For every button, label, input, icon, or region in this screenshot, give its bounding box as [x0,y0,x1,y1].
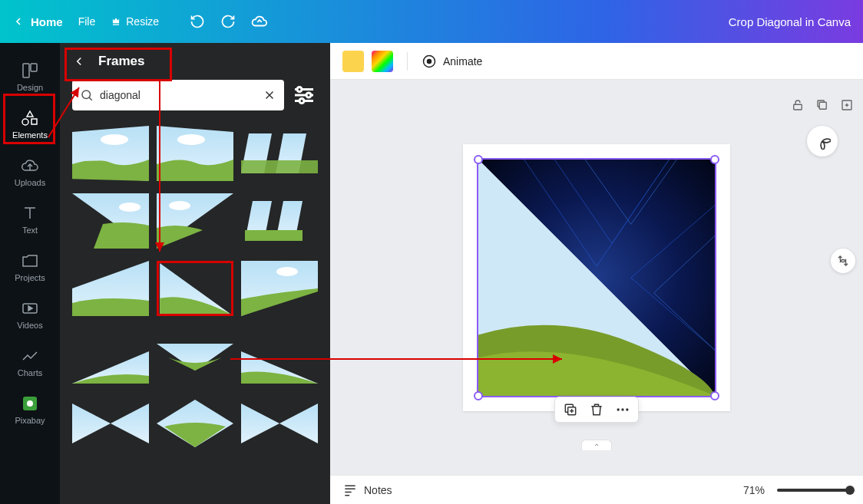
home-label: Home [31,15,63,28]
more-button[interactable] [615,402,630,417]
svg-rect-55 [794,104,802,110]
frame-thumb[interactable] [72,396,149,451]
animate-label: Animate [443,55,482,68]
svg-point-28 [169,201,190,210]
svg-rect-56 [819,102,826,109]
add-page-icon[interactable] [840,98,854,112]
svg-marker-41 [241,404,279,443]
notes-label: Notes [364,484,392,496]
notes-button[interactable]: Notes [342,483,392,498]
frame-thumb[interactable] [72,328,149,384]
left-rail: Design Elements Uploads Text Projects Vi… [0,43,60,504]
rail-design-label: Design [17,83,43,92]
rail-design[interactable]: Design [7,55,53,98]
svg-point-52 [617,408,620,410]
rail-text[interactable]: Text [7,198,53,241]
svg-point-20 [101,134,128,145]
divider [407,52,408,71]
magic-button[interactable] [807,126,838,156]
filter-icon[interactable] [290,80,318,110]
frame-thumb[interactable] [72,126,149,181]
frame-thumb[interactable] [241,193,318,249]
redo-icon[interactable] [220,14,236,29]
rail-projects[interactable]: Projects [7,245,53,288]
svg-rect-3 [31,119,37,124]
selection-box [477,158,716,397]
panel-title: Frames [98,54,144,69]
undo-icon[interactable] [190,14,205,29]
canvas-viewport[interactable] [330,80,863,475]
rail-pixabay[interactable]: Pixabay [7,388,53,431]
file-menu[interactable]: File [78,15,96,28]
rail-projects-label: Projects [15,273,45,282]
back-icon[interactable] [72,54,86,68]
svg-point-46 [428,59,432,63]
notes-icon [342,483,358,498]
search-icon [80,88,94,102]
svg-point-16 [297,87,302,92]
rail-pixabay-label: Pixabay [15,416,45,425]
frame-thumb[interactable] [157,126,233,181]
resize-handle-bl[interactable] [474,391,483,400]
zoom-slider-knob[interactable] [845,486,855,495]
resize-handle-tr[interactable] [710,155,719,164]
svg-marker-39 [111,404,149,443]
svg-point-26 [119,203,141,212]
bottom-bar: Notes 71% [330,475,863,504]
design-page[interactable] [463,144,730,411]
zoom-level[interactable]: 71% [743,484,765,496]
canvas-toolbar: Animate [330,43,863,80]
cloud-save-icon[interactable] [251,13,268,30]
delete-button[interactable] [589,402,604,417]
elements-panel: Frames [60,43,330,504]
rail-uploads[interactable]: Uploads [7,150,53,193]
svg-point-2 [22,119,28,125]
floating-context-bar [554,397,639,423]
frame-thumb[interactable] [241,261,318,316]
duplicate-button[interactable] [563,402,578,417]
frame-thumb[interactable] [241,328,318,384]
search-input[interactable] [100,89,256,101]
color-swatch-primary[interactable] [342,51,364,72]
color-swatch-gradient[interactable] [372,51,393,72]
svg-marker-6 [28,306,32,311]
resize-handle-br[interactable] [710,391,719,400]
svg-line-10 [89,97,92,100]
document-title[interactable]: Crop Diagonal in Canva [729,15,851,28]
resize-menu[interactable]: Resize [111,15,159,28]
rail-elements[interactable]: Elements [7,103,53,146]
svg-point-8 [27,400,33,407]
frame-thumb-selected[interactable] [157,261,233,316]
frame-thumb[interactable] [72,261,149,316]
chevron-left-icon [12,15,25,28]
clear-search-icon[interactable] [263,88,276,102]
rail-charts[interactable]: Charts [7,341,53,384]
svg-marker-38 [72,404,111,443]
rail-videos-label: Videos [17,321,42,330]
home-button[interactable]: Home [12,15,63,28]
svg-point-53 [621,408,623,410]
frame-thumb[interactable] [72,193,149,249]
zoom-slider[interactable] [777,489,851,492]
search-box[interactable] [72,80,284,110]
crown-icon [111,16,121,27]
lock-icon[interactable] [791,98,805,112]
rail-videos[interactable]: Videos [7,293,53,336]
svg-rect-0 [23,64,29,77]
frame-thumb[interactable] [241,396,318,451]
swap-position-button[interactable] [831,249,855,273]
rail-uploads-label: Uploads [15,178,45,187]
frame-thumb[interactable] [157,396,233,451]
animate-button[interactable]: Animate [422,54,482,69]
animate-icon [422,54,437,69]
expand-pages-toggle[interactable] [581,440,612,450]
frame-thumb[interactable] [157,328,233,384]
rail-text-label: Text [22,226,38,235]
frame-thumb[interactable] [157,193,233,249]
rail-elements-label: Elements [12,130,48,140]
duplicate-page-icon[interactable] [815,98,829,112]
svg-point-22 [177,134,205,145]
frame-thumb[interactable] [241,126,318,181]
frames-grid [60,120,330,504]
resize-handle-tl[interactable] [474,155,483,164]
